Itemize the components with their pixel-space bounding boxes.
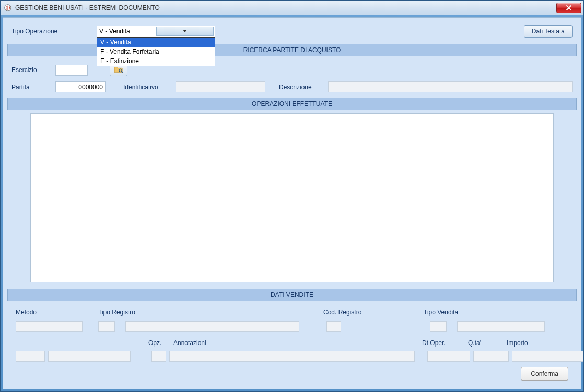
cod-registro-field — [326, 321, 341, 332]
qta-label: Q.ta' — [468, 339, 504, 347]
app-icon — [4, 4, 12, 12]
tipo-registro-desc-field — [125, 321, 299, 332]
client-area: Tipo Operazione V - Vendita V - Vendita … — [3, 17, 581, 389]
top-row: Tipo Operazione V - Vendita V - Vendita … — [7, 22, 577, 41]
tipo-vendita-desc-field — [457, 321, 545, 332]
vr2-field-1 — [16, 351, 45, 362]
conferma-button[interactable]: Conferma — [521, 367, 568, 381]
esercizio-input[interactable] — [55, 65, 88, 76]
ricerca-body: Esercizio Partita Ident — [7, 60, 577, 94]
qta-field — [473, 351, 509, 362]
chevron-down-icon — [156, 27, 214, 36]
tipo-registro-code-field — [98, 321, 115, 332]
tipo-operazione-dropdown: V - Vendita F - Vendita Forfetaria E - E… — [97, 37, 215, 66]
tipo-operazione-label: Tipo Operazione — [11, 28, 92, 35]
dropdown-option[interactable]: E - Estinzione — [97, 56, 215, 66]
partita-label: Partita — [11, 84, 51, 91]
folder-search-icon — [114, 65, 123, 75]
dt-oper-field — [427, 351, 470, 362]
dati-vendite-header: DATI VENDITE — [7, 289, 577, 301]
vr2-field-2 — [48, 351, 131, 362]
descrizione-field — [328, 81, 573, 92]
tipo-vendita-code-field — [430, 321, 447, 332]
dt-oper-label: Dt Oper. — [422, 339, 465, 347]
metodo-label: Metodo — [16, 308, 95, 316]
titlebar: GESTIONE BENI USATI - ESTREMI DOCUMENTO — [1, 1, 583, 15]
operazioni-grid[interactable] — [30, 113, 554, 282]
dati-vendite-body: Metodo Tipo Registro Cod. Registro Tipo … — [7, 304, 577, 385]
metodo-field — [16, 321, 83, 332]
importo-field — [512, 351, 584, 362]
tipo-operazione-combo[interactable]: V - Vendita — [97, 26, 215, 37]
opz-label: Opz. — [148, 339, 170, 347]
operazioni-header: OPERAZIONI EFFETTUATE — [7, 98, 577, 110]
dati-testata-button[interactable]: Dati Testata — [524, 25, 573, 38]
ricerca-header: RICERCA PARTITE DI ACQUISTO — [7, 44, 577, 56]
window-title: GESTIONE BENI USATI - ESTREMI DOCUMENTO — [15, 4, 160, 11]
opz-field — [151, 351, 166, 362]
annotazioni-label: Annotazioni — [173, 339, 419, 347]
partita-input[interactable] — [55, 81, 106, 92]
annotazioni-field — [169, 351, 415, 362]
importo-label: Importo — [507, 339, 550, 347]
cod-registro-label: Cod. Registro — [323, 308, 421, 316]
dropdown-option[interactable]: V - Vendita — [97, 38, 215, 47]
tipo-operazione-value: V - Vendita — [99, 28, 156, 35]
tipo-vendita-label: Tipo Vendita — [424, 308, 535, 316]
esercizio-label: Esercizio — [11, 66, 51, 74]
tipo-registro-label: Tipo Registro — [98, 308, 296, 316]
descrizione-label: Descrizione — [279, 84, 324, 91]
identificativo-label: Identificativo — [123, 84, 171, 91]
dropdown-option[interactable]: F - Vendita Forfetaria — [97, 47, 215, 56]
close-button[interactable] — [556, 3, 581, 13]
identificativo-field — [176, 81, 265, 92]
